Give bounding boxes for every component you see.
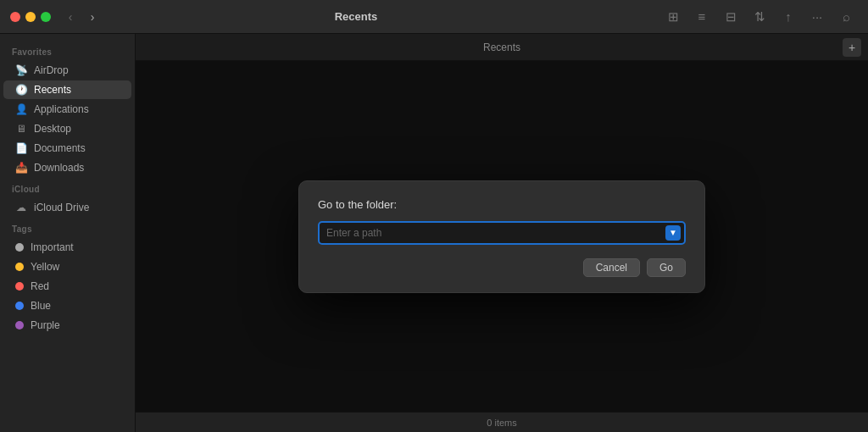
documents-label: Documents <box>34 142 86 154</box>
close-button[interactable] <box>10 12 20 22</box>
tag-red-label: Red <box>31 280 49 292</box>
sort-icon[interactable]: ⇅ <box>748 5 771 29</box>
sidebar: Favorites 📡 AirDrop 🕐 Recents 👤 Applicat… <box>0 34 136 432</box>
modal-title: Go to the folder: <box>318 198 686 211</box>
tag-important-label: Important <box>31 241 74 253</box>
icloud-drive-label: iCloud Drive <box>34 202 89 213</box>
tag-important-dot <box>15 243 24 252</box>
title-bar: ‹ › Recents ⊞ ≡ ⊟ ⇅ ↑ ··· ⌕ <box>0 0 868 34</box>
search-icon[interactable]: ⌕ <box>834 5 858 29</box>
modal-overlay: Go to the folder: ▼ Cancel Go <box>136 61 868 412</box>
content-title: Recents <box>483 42 520 53</box>
status-bar: 0 items <box>136 412 868 432</box>
sidebar-item-recents[interactable]: 🕐 Recents <box>3 80 131 99</box>
action-icon[interactable]: ··· <box>805 5 829 29</box>
downloads-icon: 📥 <box>15 162 27 174</box>
view-icon-3[interactable]: ⊟ <box>719 5 743 29</box>
go-button[interactable]: Go <box>647 258 686 277</box>
icloud-icon: ☁ <box>15 202 27 213</box>
view-icon-2[interactable]: ≡ <box>690 5 714 29</box>
traffic-lights <box>10 12 51 22</box>
recents-label: Recents <box>34 84 71 96</box>
tag-purple-dot <box>15 321 24 330</box>
path-input[interactable] <box>318 221 686 245</box>
share-icon[interactable]: ↑ <box>776 5 800 29</box>
tag-purple-label: Purple <box>31 319 60 331</box>
tags-label: Tags <box>0 218 135 237</box>
content-header: Recents + <box>136 34 868 61</box>
sidebar-item-airdrop[interactable]: 📡 AirDrop <box>3 61 131 80</box>
applications-label: Applications <box>34 103 89 115</box>
path-dropdown-arrow[interactable]: ▼ <box>665 225 681 241</box>
desktop-icon: 🖥 <box>15 123 27 135</box>
main-area: Favorites 📡 AirDrop 🕐 Recents 👤 Applicat… <box>0 34 868 432</box>
sidebar-item-tag-purple[interactable]: Purple <box>3 316 131 335</box>
sidebar-item-tag-red[interactable]: Red <box>3 277 131 296</box>
sidebar-item-tag-yellow[interactable]: Yellow <box>3 258 131 276</box>
add-button[interactable]: + <box>843 38 861 57</box>
sidebar-item-desktop[interactable]: 🖥 Desktop <box>3 119 131 138</box>
minimize-button[interactable] <box>25 12 36 22</box>
downloads-label: Downloads <box>34 162 84 174</box>
applications-icon: 👤 <box>15 103 27 115</box>
sidebar-item-applications[interactable]: 👤 Applications <box>3 100 131 119</box>
goto-folder-dialog: Go to the folder: ▼ Cancel Go <box>298 180 705 293</box>
sidebar-item-downloads[interactable]: 📥 Downloads <box>3 158 131 177</box>
maximize-button[interactable] <box>41 12 51 22</box>
path-input-wrapper: ▼ <box>318 221 686 245</box>
favorites-label: Favorites <box>0 41 135 60</box>
content-area: Recents + Go to the folder: ▼ Cancel Go <box>136 34 868 432</box>
content-body: Go to the folder: ▼ Cancel Go <box>136 61 868 412</box>
tag-red-dot <box>15 282 24 291</box>
desktop-label: Desktop <box>34 123 71 135</box>
cancel-button[interactable]: Cancel <box>583 258 640 277</box>
item-count: 0 items <box>487 418 516 428</box>
sidebar-item-tag-important[interactable]: Important <box>3 238 131 257</box>
tag-blue-dot <box>15 302 24 310</box>
sidebar-item-documents[interactable]: 📄 Documents <box>3 139 131 158</box>
icloud-label: iCloud <box>0 178 135 197</box>
documents-icon: 📄 <box>15 142 27 154</box>
view-icon-1[interactable]: ⊞ <box>661 5 685 29</box>
sidebar-item-icloud-drive[interactable]: ☁ iCloud Drive <box>3 198 131 217</box>
airdrop-label: AirDrop <box>34 64 69 76</box>
window-title: Recents <box>51 10 661 23</box>
tag-yellow-label: Yellow <box>31 261 59 273</box>
recents-icon: 🕐 <box>15 84 27 96</box>
tag-yellow-dot <box>15 263 24 271</box>
modal-buttons: Cancel Go <box>318 258 686 277</box>
airdrop-icon: 📡 <box>15 64 27 76</box>
sidebar-item-tag-blue[interactable]: Blue <box>3 296 131 315</box>
toolbar-right: ⊞ ≡ ⊟ ⇅ ↑ ··· ⌕ <box>661 5 858 29</box>
tag-blue-label: Blue <box>31 300 51 312</box>
